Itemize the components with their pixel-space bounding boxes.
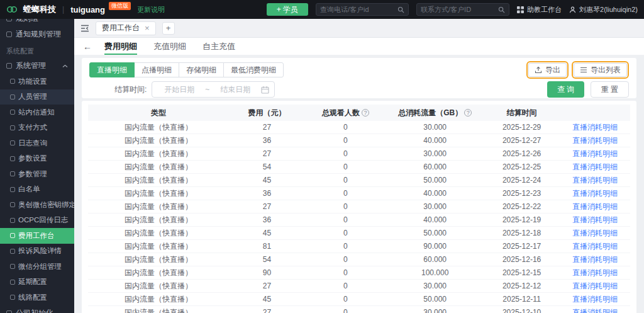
live-consumption-detail-link[interactable]: 直播消耗明细: [572, 215, 618, 224]
live-consumption-detail-link[interactable]: 直播消耗明细: [572, 229, 618, 237]
sidebar-item[interactable]: 参数管理: [0, 166, 74, 182]
sidebar-item[interactable]: 线路配置: [0, 290, 74, 305]
cell-type: 国内流量（快直播）: [88, 227, 229, 240]
page-header: ← 费用明细充值明细自主充值: [74, 38, 644, 55]
sidebar-item[interactable]: OCPC回传日志: [0, 213, 74, 229]
phone-search-input[interactable]: 查询电话/客户id: [316, 3, 409, 16]
cell-date: 2025-12-24: [484, 174, 560, 187]
cell-traffic: 60.000: [386, 253, 484, 266]
cell-type: 国内流量（快直播）: [88, 121, 229, 134]
live-consumption-detail-link[interactable]: 直播消耗明细: [572, 176, 618, 185]
start-date-placeholder: 开始日期: [157, 84, 201, 95]
sidebar-item[interactable]: 白名单: [0, 182, 74, 198]
user-menu[interactable]: 刘惠琴2(liuhuiqin2): [569, 5, 638, 14]
table-row: 国内流量（快直播）36040.0002025-12-19直播消耗明细: [88, 213, 630, 227]
tab-fee-workbench[interactable]: 费用工作台 ×: [96, 21, 156, 35]
cell-action: 直播消耗明细: [560, 147, 630, 161]
live-consumption-detail-link[interactable]: 直播消耗明细: [572, 242, 618, 251]
live-consumption-detail-link[interactable]: 直播消耗明细: [572, 295, 618, 304]
live-consumption-detail-link[interactable]: 直播消耗明细: [572, 123, 618, 132]
live-consumption-detail-link[interactable]: 直播消耗明细: [572, 268, 618, 277]
page-tab[interactable]: 充值明细: [153, 38, 186, 55]
query-button[interactable]: 查询: [547, 81, 584, 98]
add-student-button[interactable]: + 学员: [267, 3, 308, 16]
sidebar-item-label: 功能设置: [18, 77, 47, 86]
live-consumption-detail-link[interactable]: 直播消耗明细: [572, 202, 618, 211]
export-area: 导出 导出列表: [526, 61, 629, 79]
menu-item-icon: [6, 310, 12, 313]
cell-action: 直播消耗明细: [560, 134, 630, 147]
info-icon[interactable]: ?: [362, 109, 369, 117]
menu-item-icon: [10, 233, 15, 238]
add-tab-button[interactable]: +: [162, 22, 175, 35]
collapse-sidebar-icon[interactable]: [80, 25, 89, 32]
sidebar-item[interactable]: 微信分组管理: [0, 259, 74, 275]
search-icon: [397, 6, 404, 13]
sidebar-item[interactable]: 参数设置: [0, 151, 74, 167]
sidebar-item[interactable]: 人员管理: [0, 89, 74, 105]
cell-fee: 36: [229, 187, 305, 200]
sidebar-item[interactable]: 功能设置: [0, 74, 74, 89]
sidebar-group-system-management[interactable]: 系统管理: [0, 58, 74, 74]
filter-actions: 查询 重置: [547, 81, 629, 98]
live-consumption-detail-link[interactable]: 直播消耗明细: [572, 255, 618, 264]
cell-fee: 45: [229, 174, 305, 187]
contact-search-input[interactable]: 联系方式/客户ID: [416, 3, 509, 16]
cell-fee: 90: [229, 266, 305, 280]
info-icon[interactable]: ?: [464, 109, 472, 117]
live-consumption-detail-link[interactable]: 直播消耗明细: [572, 149, 618, 158]
page-tab[interactable]: 费用明细: [104, 38, 137, 55]
cell-date: 2025-12-12: [484, 280, 560, 293]
live-consumption-detail-link[interactable]: 直播消耗明细: [572, 162, 618, 171]
table-row: 国内流量（快直播）36040.0002025-12-27直播消耗明细: [88, 134, 630, 147]
cell-traffic: 30.000: [386, 147, 484, 161]
close-tab-icon[interactable]: ×: [145, 24, 150, 32]
update-notes-link[interactable]: 更新说明: [137, 5, 165, 14]
cell-traffic: 40.000: [386, 187, 484, 200]
sidebar-item-company-init[interactable]: 公司初始化: [0, 305, 74, 313]
cell-action: 直播消耗明细: [560, 253, 630, 266]
cell-fee: 27: [229, 121, 305, 134]
cell-action: 直播消耗明细: [560, 240, 630, 253]
sidebar-item-label: 线路配置: [18, 293, 47, 302]
detail-type-tab[interactable]: 存储明细: [179, 62, 224, 77]
detail-type-tab[interactable]: 最低消费明细: [223, 62, 284, 77]
live-consumption-detail-link[interactable]: 直播消耗明细: [572, 189, 618, 198]
cell-viewers: 0: [305, 134, 386, 147]
reset-button[interactable]: 重置: [591, 81, 629, 98]
live-consumption-detail-link[interactable]: 直播消耗明细: [572, 282, 618, 290]
detail-type-tab[interactable]: 点播明细: [134, 62, 179, 77]
tab-label: 费用工作台: [102, 23, 140, 33]
export-list-button[interactable]: 导出列表: [574, 63, 627, 77]
user-icon: [569, 6, 576, 13]
workbench-label: 助教工作台: [527, 5, 562, 14]
sidebar-item[interactable]: 奥创微信密钥绑定: [0, 197, 74, 213]
sidebar-item[interactable]: 费用工作台: [0, 228, 74, 244]
page-tab[interactable]: 自主充值: [203, 38, 235, 55]
sidebar-item[interactable]: 投诉风险详情: [0, 244, 74, 259]
back-arrow-icon[interactable]: ←: [83, 42, 92, 52]
filter-row: 结算时间: 开始日期 ~ 结束日期 查询 重置: [89, 81, 629, 98]
cell-fee: 45: [229, 227, 305, 240]
workbench-switcher[interactable]: 助教工作台: [517, 5, 562, 14]
detail-type-tab[interactable]: 直播明细: [89, 62, 135, 77]
menu-item-icon: [10, 79, 15, 84]
sidebar-item[interactable]: 日志查询: [0, 135, 74, 151]
cell-action: 直播消耗明细: [560, 280, 630, 293]
sidebar-item[interactable]: 延期配置: [0, 275, 74, 290]
sidebar-item[interactable]: 站内信通知: [0, 105, 74, 120]
date-range-picker[interactable]: 开始日期 ~ 结束日期: [152, 81, 275, 98]
cell-viewers: 0: [305, 200, 386, 213]
menu-item-icon: [10, 280, 15, 285]
live-consumption-detail-link[interactable]: 直播消耗明细: [572, 136, 618, 145]
live-consumption-detail-link[interactable]: 直播消耗明细: [572, 308, 618, 313]
contact-search-placeholder: 联系方式/客户ID: [421, 5, 471, 14]
search-icon: [498, 6, 505, 13]
sidebar-item-label: 支付方式: [18, 123, 47, 132]
sidebar-item-notify-rules[interactable]: 通知规则管理: [0, 26, 74, 42]
tab-strip: 费用工作台 × +: [74, 19, 644, 38]
cell-type: 国内流量（快直播）: [88, 134, 229, 147]
sidebar-item-clipped[interactable]: 规则组: [0, 19, 74, 26]
sidebar-item[interactable]: 支付方式: [0, 120, 74, 136]
export-button[interactable]: 导出: [528, 63, 567, 77]
